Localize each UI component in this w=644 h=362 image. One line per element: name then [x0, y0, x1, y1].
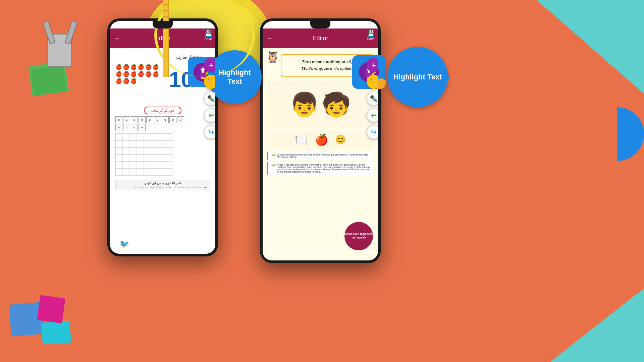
bg-decoration-bottom-right: [550, 288, 644, 362]
teacher-note-1: 🌱 Discuss the given picture with the chi…: [267, 152, 373, 160]
pen-tool-btn[interactable]: ✒️: [204, 92, 215, 106]
highlight-text-bubble-2: Highlight Text: [387, 47, 448, 107]
pencil-tool-btn-2[interactable]: ✏️: [367, 75, 378, 89]
phone-notch-2: [310, 21, 330, 28]
highlight-text-label-2: Highlight Text: [393, 73, 442, 81]
phone-notch-1: [153, 21, 173, 28]
header-title-2: Editor: [312, 35, 328, 42]
redo-tool-btn[interactable]: ↪: [204, 125, 215, 139]
save-icon-2: 💾: [367, 30, 375, 37]
undo-tool-btn-2[interactable]: ↩: [367, 108, 378, 122]
character-bottom-1: 🐦: [119, 239, 129, 249]
bottom-text-box-1: نمبر 10 کو پہچانیں اور لکھیں نمبر ١٠ کے …: [115, 180, 210, 190]
back-button-2[interactable]: ←: [267, 35, 273, 42]
block-pink: [37, 295, 65, 323]
bg-decoration-top-right: [537, 0, 644, 94]
pencil-tool-btn[interactable]: ✏️: [204, 75, 215, 89]
add-tool-btn[interactable]: ＋: [204, 58, 215, 72]
oval-label: خود کو گر لیجیے: [115, 107, 210, 114]
redo-tool-btn-2[interactable]: ↪: [367, 125, 378, 139]
pen-tool-btn-2[interactable]: ✒️: [367, 92, 378, 106]
number-grid: 0 0 0 0 0 0 0 0 0 0 0 0 0: [115, 116, 210, 131]
teacher-note-2: 🌱 Place 4 baskets and 3 pencils on the t…: [267, 162, 373, 175]
green-paper-inner: [30, 65, 67, 96]
save-label-2: Save: [367, 37, 375, 41]
block-teal: [41, 321, 71, 345]
food-illustration: 🍽️ 🍎 😊: [267, 131, 373, 149]
back-button-1[interactable]: ←: [114, 35, 121, 42]
tool-buttons-1: ＋ ✏️ ✒️ ↩ ↪: [204, 58, 215, 139]
add-tool-btn-2[interactable]: ＋: [367, 58, 378, 72]
ruler: [163, 0, 169, 77]
blue-semicircle: [617, 107, 644, 161]
save-button-2[interactable]: 💾 Save: [367, 30, 375, 41]
apples-illustration: 🍎🍎🍎🍎🍎 🍎🍎🍎🍎🍎 🍎🍎🍎🍎🍎: [115, 64, 164, 84]
undo-tool-btn[interactable]: ↩: [204, 108, 215, 122]
writing-grid: [115, 133, 172, 176]
bird-illustration: 🦉: [266, 51, 279, 63]
binder-clip: [47, 17, 74, 67]
tool-buttons-2: ＋ ✏️ ✒️ ↩ ↪: [367, 58, 378, 139]
what-does-box: What does digit zero "0" mean?: [344, 222, 373, 250]
app-header-2: ← Editor 💾 Save: [263, 28, 378, 48]
